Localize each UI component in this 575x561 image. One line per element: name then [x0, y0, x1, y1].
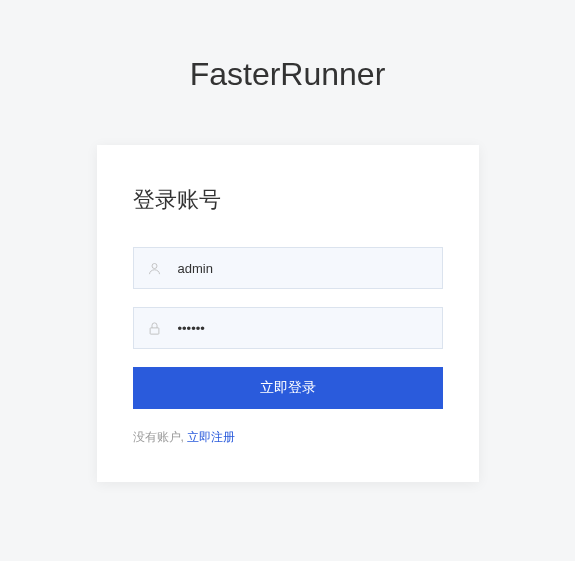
login-card-title: 登录账号 [133, 185, 443, 215]
no-account-label: 没有账户, [133, 430, 188, 444]
svg-rect-1 [150, 327, 159, 333]
footer-text: 没有账户, 立即注册 [133, 429, 443, 446]
login-card: 登录账号 立即登录 没有账户, 立即注册 [97, 145, 479, 482]
app-title: FasterRunner [0, 0, 575, 145]
username-input[interactable] [133, 247, 443, 289]
password-field-wrapper [133, 307, 443, 349]
register-link[interactable]: 立即注册 [187, 430, 235, 444]
login-button[interactable]: 立即登录 [133, 367, 443, 409]
svg-point-0 [152, 263, 157, 268]
password-input[interactable] [133, 307, 443, 349]
lock-icon [147, 320, 163, 336]
user-icon [147, 260, 163, 276]
username-field-wrapper [133, 247, 443, 289]
